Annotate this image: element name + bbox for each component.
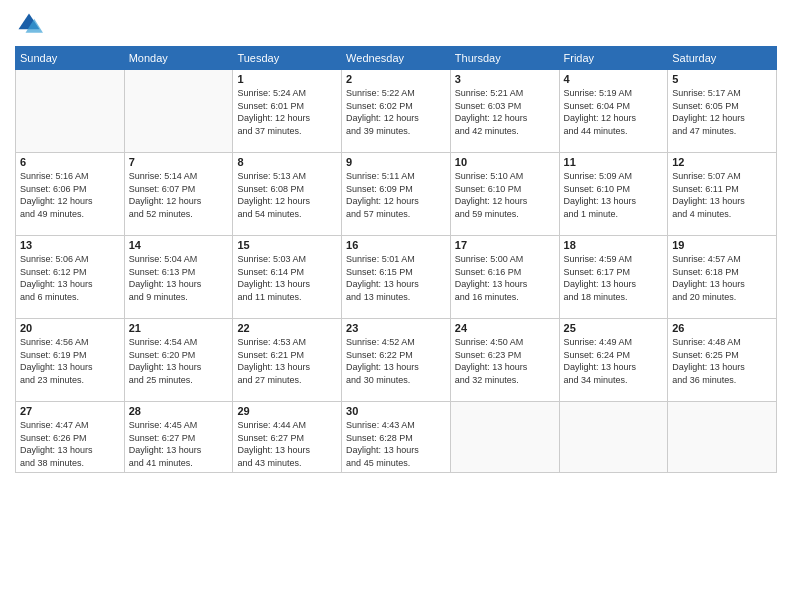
day-number: 18 <box>564 239 664 251</box>
calendar-cell: 27Sunrise: 4:47 AM Sunset: 6:26 PM Dayli… <box>16 402 125 473</box>
day-info: Sunrise: 5:22 AM Sunset: 6:02 PM Dayligh… <box>346 87 446 137</box>
calendar-cell: 1Sunrise: 5:24 AM Sunset: 6:01 PM Daylig… <box>233 70 342 153</box>
day-number: 17 <box>455 239 555 251</box>
day-info: Sunrise: 5:01 AM Sunset: 6:15 PM Dayligh… <box>346 253 446 303</box>
day-number: 30 <box>346 405 446 417</box>
day-number: 10 <box>455 156 555 168</box>
day-number: 29 <box>237 405 337 417</box>
weekday-header: Tuesday <box>233 47 342 70</box>
day-number: 14 <box>129 239 229 251</box>
day-info: Sunrise: 5:11 AM Sunset: 6:09 PM Dayligh… <box>346 170 446 220</box>
day-info: Sunrise: 5:14 AM Sunset: 6:07 PM Dayligh… <box>129 170 229 220</box>
day-number: 16 <box>346 239 446 251</box>
calendar-cell: 24Sunrise: 4:50 AM Sunset: 6:23 PM Dayli… <box>450 319 559 402</box>
calendar-cell: 22Sunrise: 4:53 AM Sunset: 6:21 PM Dayli… <box>233 319 342 402</box>
day-number: 25 <box>564 322 664 334</box>
weekday-header-row: SundayMondayTuesdayWednesdayThursdayFrid… <box>16 47 777 70</box>
calendar-cell: 19Sunrise: 4:57 AM Sunset: 6:18 PM Dayli… <box>668 236 777 319</box>
calendar-week-row: 13Sunrise: 5:06 AM Sunset: 6:12 PM Dayli… <box>16 236 777 319</box>
calendar-cell: 2Sunrise: 5:22 AM Sunset: 6:02 PM Daylig… <box>342 70 451 153</box>
day-info: Sunrise: 4:57 AM Sunset: 6:18 PM Dayligh… <box>672 253 772 303</box>
day-info: Sunrise: 5:03 AM Sunset: 6:14 PM Dayligh… <box>237 253 337 303</box>
day-info: Sunrise: 4:49 AM Sunset: 6:24 PM Dayligh… <box>564 336 664 386</box>
day-number: 4 <box>564 73 664 85</box>
day-number: 20 <box>20 322 120 334</box>
day-info: Sunrise: 5:19 AM Sunset: 6:04 PM Dayligh… <box>564 87 664 137</box>
day-info: Sunrise: 4:59 AM Sunset: 6:17 PM Dayligh… <box>564 253 664 303</box>
calendar-cell: 5Sunrise: 5:17 AM Sunset: 6:05 PM Daylig… <box>668 70 777 153</box>
day-number: 23 <box>346 322 446 334</box>
calendar-table: SundayMondayTuesdayWednesdayThursdayFrid… <box>15 46 777 473</box>
weekday-header: Friday <box>559 47 668 70</box>
calendar-cell: 14Sunrise: 5:04 AM Sunset: 6:13 PM Dayli… <box>124 236 233 319</box>
calendar-cell: 16Sunrise: 5:01 AM Sunset: 6:15 PM Dayli… <box>342 236 451 319</box>
calendar-cell <box>668 402 777 473</box>
calendar-cell: 23Sunrise: 4:52 AM Sunset: 6:22 PM Dayli… <box>342 319 451 402</box>
calendar-cell: 7Sunrise: 5:14 AM Sunset: 6:07 PM Daylig… <box>124 153 233 236</box>
calendar-cell: 17Sunrise: 5:00 AM Sunset: 6:16 PM Dayli… <box>450 236 559 319</box>
day-number: 19 <box>672 239 772 251</box>
day-number: 5 <box>672 73 772 85</box>
weekday-header: Thursday <box>450 47 559 70</box>
calendar-cell: 29Sunrise: 4:44 AM Sunset: 6:27 PM Dayli… <box>233 402 342 473</box>
day-info: Sunrise: 4:50 AM Sunset: 6:23 PM Dayligh… <box>455 336 555 386</box>
calendar-cell <box>450 402 559 473</box>
logo <box>15 10 47 38</box>
calendar-cell <box>124 70 233 153</box>
calendar-cell: 13Sunrise: 5:06 AM Sunset: 6:12 PM Dayli… <box>16 236 125 319</box>
day-info: Sunrise: 5:04 AM Sunset: 6:13 PM Dayligh… <box>129 253 229 303</box>
day-info: Sunrise: 5:24 AM Sunset: 6:01 PM Dayligh… <box>237 87 337 137</box>
calendar-cell: 26Sunrise: 4:48 AM Sunset: 6:25 PM Dayli… <box>668 319 777 402</box>
weekday-header: Wednesday <box>342 47 451 70</box>
calendar-cell: 12Sunrise: 5:07 AM Sunset: 6:11 PM Dayli… <box>668 153 777 236</box>
day-info: Sunrise: 5:09 AM Sunset: 6:10 PM Dayligh… <box>564 170 664 220</box>
calendar-cell: 28Sunrise: 4:45 AM Sunset: 6:27 PM Dayli… <box>124 402 233 473</box>
day-info: Sunrise: 4:47 AM Sunset: 6:26 PM Dayligh… <box>20 419 120 469</box>
calendar-cell: 4Sunrise: 5:19 AM Sunset: 6:04 PM Daylig… <box>559 70 668 153</box>
day-info: Sunrise: 5:13 AM Sunset: 6:08 PM Dayligh… <box>237 170 337 220</box>
day-number: 24 <box>455 322 555 334</box>
calendar-cell: 11Sunrise: 5:09 AM Sunset: 6:10 PM Dayli… <box>559 153 668 236</box>
day-info: Sunrise: 4:54 AM Sunset: 6:20 PM Dayligh… <box>129 336 229 386</box>
day-info: Sunrise: 4:43 AM Sunset: 6:28 PM Dayligh… <box>346 419 446 469</box>
calendar-week-row: 1Sunrise: 5:24 AM Sunset: 6:01 PM Daylig… <box>16 70 777 153</box>
day-number: 26 <box>672 322 772 334</box>
day-number: 8 <box>237 156 337 168</box>
day-number: 12 <box>672 156 772 168</box>
day-info: Sunrise: 4:48 AM Sunset: 6:25 PM Dayligh… <box>672 336 772 386</box>
calendar-cell: 15Sunrise: 5:03 AM Sunset: 6:14 PM Dayli… <box>233 236 342 319</box>
calendar-cell: 9Sunrise: 5:11 AM Sunset: 6:09 PM Daylig… <box>342 153 451 236</box>
day-info: Sunrise: 5:10 AM Sunset: 6:10 PM Dayligh… <box>455 170 555 220</box>
day-info: Sunrise: 4:45 AM Sunset: 6:27 PM Dayligh… <box>129 419 229 469</box>
day-info: Sunrise: 4:44 AM Sunset: 6:27 PM Dayligh… <box>237 419 337 469</box>
weekday-header: Monday <box>124 47 233 70</box>
day-number: 15 <box>237 239 337 251</box>
calendar-cell: 6Sunrise: 5:16 AM Sunset: 6:06 PM Daylig… <box>16 153 125 236</box>
header <box>15 10 777 38</box>
calendar-cell <box>559 402 668 473</box>
calendar-cell: 8Sunrise: 5:13 AM Sunset: 6:08 PM Daylig… <box>233 153 342 236</box>
logo-icon <box>15 10 43 38</box>
day-number: 7 <box>129 156 229 168</box>
day-number: 27 <box>20 405 120 417</box>
day-number: 9 <box>346 156 446 168</box>
page: SundayMondayTuesdayWednesdayThursdayFrid… <box>0 0 792 612</box>
day-info: Sunrise: 4:52 AM Sunset: 6:22 PM Dayligh… <box>346 336 446 386</box>
day-number: 2 <box>346 73 446 85</box>
calendar-week-row: 27Sunrise: 4:47 AM Sunset: 6:26 PM Dayli… <box>16 402 777 473</box>
day-info: Sunrise: 4:53 AM Sunset: 6:21 PM Dayligh… <box>237 336 337 386</box>
calendar-cell: 10Sunrise: 5:10 AM Sunset: 6:10 PM Dayli… <box>450 153 559 236</box>
calendar-cell: 3Sunrise: 5:21 AM Sunset: 6:03 PM Daylig… <box>450 70 559 153</box>
day-number: 6 <box>20 156 120 168</box>
weekday-header: Sunday <box>16 47 125 70</box>
day-number: 3 <box>455 73 555 85</box>
calendar-week-row: 6Sunrise: 5:16 AM Sunset: 6:06 PM Daylig… <box>16 153 777 236</box>
calendar-cell <box>16 70 125 153</box>
day-info: Sunrise: 5:06 AM Sunset: 6:12 PM Dayligh… <box>20 253 120 303</box>
calendar-cell: 18Sunrise: 4:59 AM Sunset: 6:17 PM Dayli… <box>559 236 668 319</box>
day-info: Sunrise: 5:21 AM Sunset: 6:03 PM Dayligh… <box>455 87 555 137</box>
day-number: 21 <box>129 322 229 334</box>
day-number: 28 <box>129 405 229 417</box>
calendar-week-row: 20Sunrise: 4:56 AM Sunset: 6:19 PM Dayli… <box>16 319 777 402</box>
day-info: Sunrise: 5:16 AM Sunset: 6:06 PM Dayligh… <box>20 170 120 220</box>
